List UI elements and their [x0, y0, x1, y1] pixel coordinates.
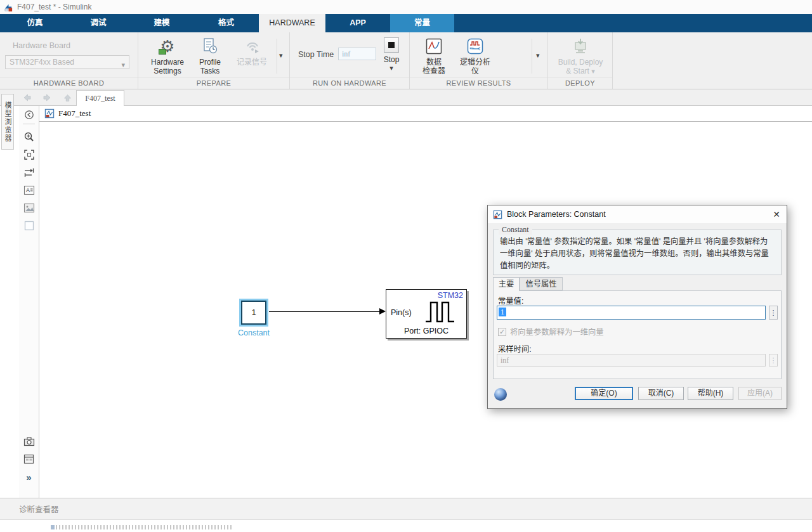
tab-app[interactable]: APP: [325, 14, 390, 32]
review-more-dropdown[interactable]: ▾: [536, 51, 540, 60]
stm32-input-port-label: Pin(s): [391, 308, 412, 317]
close-icon[interactable]: ✕: [771, 209, 782, 219]
hardware-settings-button[interactable]: ⚙ Hardware Settings: [147, 36, 188, 75]
image-icon: [23, 203, 35, 213]
hide-explorer-bar-button[interactable]: [19, 108, 39, 122]
model-file-icon: [44, 108, 55, 119]
group-caption: DEPLOY: [548, 77, 612, 89]
hardware-settings-label: Hardware Settings: [147, 58, 188, 75]
diagnostic-viewer-label[interactable]: 诊断查看器: [19, 503, 59, 515]
screenshot-tool[interactable]: [19, 434, 39, 448]
image-tool[interactable]: [19, 201, 39, 215]
apply-button[interactable]: 应用(A): [738, 387, 782, 400]
dialog-footer: 确定(O) 取消(C) 帮助(H) 应用(A): [488, 379, 787, 408]
tab-format[interactable]: 格式: [193, 14, 259, 32]
gear-icon: ⚙: [147, 36, 188, 56]
constant-value-label: 常量值:: [498, 295, 523, 306]
interpret-vector-checkbox-label: 将向量参数解释为一维向量: [510, 326, 604, 337]
sample-time-expand-button[interactable]: ⋮: [769, 354, 778, 367]
group-separator: [532, 39, 532, 74]
magnifier-plus-icon: [23, 131, 35, 143]
chevron-down-icon: ▾: [591, 67, 595, 75]
constant-value-input[interactable]: 1: [497, 306, 766, 320]
deploy-computer-icon: [554, 36, 606, 56]
checkbox-checked-icon[interactable]: ✓: [498, 328, 506, 336]
circle-left-arrow-icon: [24, 110, 34, 120]
sample-time-input[interactable]: inf: [497, 354, 766, 367]
hardware-board-value: STM32F4xx Based: [10, 58, 74, 67]
dialog-description-text: 输出由 '常量值' 参数指定的常量。如果 '常量值' 是向量并且 '将向量参数解…: [494, 230, 781, 272]
dialog-description-group: Constant 输出由 '常量值' 参数指定的常量。如果 '常量值' 是向量并…: [493, 230, 782, 275]
tab-modeling[interactable]: 建模: [130, 14, 193, 32]
prepare-more-dropdown[interactable]: ▾: [279, 51, 283, 60]
stop-button[interactable]: Stop ▾: [379, 37, 404, 72]
zoom-in-tool[interactable]: [19, 130, 39, 144]
wire-arrowhead: [379, 308, 386, 315]
selected-text: 1: [499, 308, 506, 316]
stop-square-icon: [384, 37, 399, 53]
breadcrumb-model-name[interactable]: F407_test: [58, 108, 91, 119]
chevron-down-icon: ▾: [379, 64, 404, 72]
fit-to-view-tool[interactable]: [19, 148, 39, 162]
svg-text:A: A: [26, 187, 30, 193]
dialog-title-bar[interactable]: Block Parameters: Constant ✕: [488, 205, 787, 223]
ribbon: Hardware Board STM32F4xx Based ▾ HARDWAR…: [0, 32, 812, 89]
logic-analyzer-icon: [454, 36, 496, 56]
stm32-gpio-block[interactable]: STM32 Pin(s) Port: GPIOC: [386, 289, 467, 339]
block-parameters-dialog: Block Parameters: Constant ✕ Constant 输出…: [487, 205, 787, 409]
tab-simulation[interactable]: 仿真: [3, 14, 67, 32]
help-globe-icon[interactable]: [494, 388, 507, 401]
simulink-window: F407_test * - Simulink 仿真 调试 建模 格式 HARDW…: [0, 0, 812, 532]
group-deploy: Build, Deploy & Start ▾ DEPLOY: [548, 32, 613, 89]
constant-block[interactable]: 1: [241, 301, 266, 325]
stop-time-input[interactable]: inf: [338, 48, 376, 60]
logic-analyzer-button[interactable]: 逻辑分析 仪: [454, 36, 496, 75]
signal-wifi-icon: [231, 36, 273, 56]
subsystem-tool[interactable]: [19, 452, 39, 466]
dialog-tab-main[interactable]: 主要: [493, 277, 520, 291]
chevron-down-icon: ▾: [121, 58, 125, 71]
fit-screen-icon: [23, 149, 35, 160]
interpret-vector-checkbox-row: ✓ 将向量参数解释为一维向量: [498, 326, 604, 337]
left-tool-palette: A: [19, 106, 39, 498]
logic-analyzer-label: 逻辑分析 仪: [454, 58, 496, 75]
profile-tasks-button[interactable]: Profile Tasks: [192, 36, 228, 75]
build-deploy-start-button[interactable]: Build, Deploy & Start ▾: [554, 36, 606, 75]
hardware-board-select[interactable]: STM32F4xx Based ▾: [5, 55, 129, 69]
ok-button[interactable]: 确定(O): [575, 387, 633, 400]
constant-block-label[interactable]: Constant: [233, 328, 274, 337]
up-arrow-icon[interactable]: [62, 93, 73, 103]
group-review-results: 数据 检查器 逻辑分析 仪 ▾ REVIEW RESULTS: [410, 32, 548, 89]
tab-debug[interactable]: 调试: [67, 14, 130, 32]
group-hardware-board: Hardware Board STM32F4xx Based ▾ HARDWAR…: [0, 32, 138, 89]
log-signal-button[interactable]: 记录信号: [231, 36, 273, 67]
profile-document-icon: [192, 36, 228, 56]
model-browser-vertical-tab[interactable]: 模型浏览器: [1, 94, 14, 150]
group-caption: RUN ON HARDWARE: [290, 77, 409, 89]
data-inspector-icon: [416, 36, 452, 56]
group-caption: REVIEW RESULTS: [410, 77, 547, 89]
forward-arrow-icon[interactable]: [42, 93, 53, 103]
back-arrow-icon[interactable]: [22, 93, 32, 103]
model-document-tab[interactable]: F407_test: [76, 90, 124, 106]
annotation-tool[interactable]: A: [19, 183, 39, 197]
expand-palette-button[interactable]: »: [19, 470, 39, 484]
data-inspector-button[interactable]: 数据 检查器: [416, 36, 452, 75]
cancel-button[interactable]: 取消(C): [638, 387, 684, 400]
model-browser-label: 模型浏览器: [3, 101, 13, 143]
stop-time-label: Stop Time: [298, 50, 334, 59]
dialog-tab-signal-attributes[interactable]: 信号属性: [520, 277, 563, 290]
constant-value-expand-button[interactable]: ⋮: [769, 306, 778, 320]
clipped-diagnostic-text: [56, 525, 233, 529]
signal-routing-tool[interactable]: [19, 165, 39, 179]
help-button[interactable]: 帮助(H): [688, 387, 733, 400]
build-deploy-start-label: Build, Deploy & Start ▾: [554, 58, 606, 75]
signal-wire[interactable]: [269, 311, 381, 312]
viewport-tool[interactable]: [19, 219, 39, 233]
tab-hardware[interactable]: HARDWARE: [259, 14, 325, 32]
square-wave-icon: [424, 299, 459, 325]
group-run-on-hardware: Stop Time inf Stop ▾ RUN ON HARDWARE: [290, 32, 410, 89]
breadcrumb: F407_test: [39, 106, 812, 122]
tab-constant-contextual[interactable]: 常量: [390, 14, 454, 32]
stop-label: Stop: [379, 55, 404, 64]
